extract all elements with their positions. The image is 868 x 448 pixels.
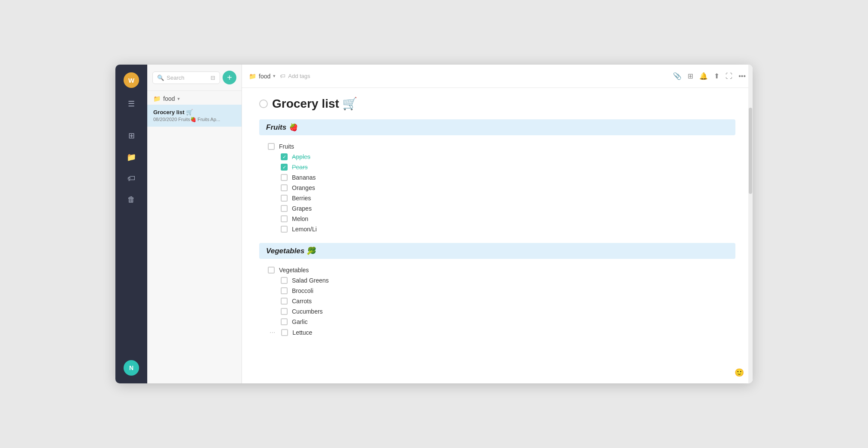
bell-icon[interactable]: 🔔	[699, 72, 708, 80]
broccoli-checkbox[interactable]	[281, 287, 288, 294]
folder-header[interactable]: 📁 food ▾	[147, 91, 242, 105]
melon-checkbox[interactable]	[281, 215, 288, 222]
grapes-label: Grapes	[292, 205, 312, 212]
note-meta: 08/20/2020 Fruits🍓 Fruits Ap...	[153, 117, 236, 122]
breadcrumb[interactable]: 📁 food ▾	[249, 73, 276, 80]
lettuce-label: Lettuce	[292, 329, 312, 336]
layout-icon[interactable]: ⊞	[688, 72, 693, 80]
tag-icon[interactable]: 🏷	[123, 170, 140, 187]
note-title: Grocery list 🛒	[153, 109, 236, 115]
more-dots-indicator: ···	[270, 329, 275, 336]
trash-icon[interactable]: 🗑	[123, 191, 140, 208]
grapes-checkbox[interactable]	[281, 205, 288, 212]
fruits-checklist: Fruits ✓ Apples ✓ Pears Bananas	[259, 141, 735, 234]
vegetables-group-checkbox[interactable]	[268, 267, 275, 274]
carrots-checkbox[interactable]	[281, 298, 288, 305]
main-content: 📁 food ▾ 🏷 Add tags 📎 ⊞ 🔔 ⬆ ⛶ •••	[242, 65, 753, 383]
toolbar-actions: 📎 ⊞ 🔔 ⬆ ⛶ •••	[673, 72, 746, 80]
lemon-item: Lemon/Li	[268, 224, 735, 234]
app-window: W ☰ ⊞ 📁 🏷 🗑 N 🔍 Search ⊟ + 📁 food ▾ Groc	[115, 65, 753, 383]
apples-item: ✓ Apples	[268, 152, 735, 162]
breadcrumb-chevron-icon: ▾	[273, 73, 276, 79]
oranges-label: Oranges	[292, 184, 315, 191]
melon-label: Melon	[292, 215, 308, 222]
fruits-group-checkbox[interactable]	[268, 143, 275, 150]
lemon-label: Lemon/Li	[292, 226, 317, 233]
bananas-label: Bananas	[292, 174, 316, 181]
carrots-item: Carrots	[268, 296, 735, 306]
salad-greens-checkbox[interactable]	[281, 277, 288, 284]
grid-icon[interactable]: ⊞	[124, 127, 139, 145]
pears-checkbox[interactable]: ✓	[281, 164, 288, 171]
note-list-item[interactable]: Grocery list 🛒 08/20/2020 Fruits🍓 Fruits…	[147, 105, 242, 127]
pears-item: ✓ Pears	[268, 162, 735, 172]
share-icon[interactable]: ⬆	[714, 72, 719, 80]
lettuce-checkbox[interactable]	[281, 329, 288, 336]
notes-sidebar: 🔍 Search ⊟ + 📁 food ▾ Grocery list 🛒 08/…	[147, 65, 242, 383]
emoji-button[interactable]: 🙂	[735, 368, 744, 377]
top-bar: 📁 food ▾ 🏷 Add tags 📎 ⊞ 🔔 ⬆ ⛶ •••	[242, 65, 753, 88]
expand-icon[interactable]: ⛶	[725, 72, 732, 80]
add-note-button[interactable]: +	[223, 71, 236, 84]
grapes-item: Grapes	[268, 203, 735, 214]
garlic-item: Garlic	[268, 317, 735, 327]
folder-icon[interactable]: 📁	[122, 148, 140, 166]
fruits-group-item: Fruits	[268, 141, 735, 152]
fruits-section-header: Fruits 🍓	[259, 119, 735, 135]
cucumbers-item: Cucumbers	[268, 306, 735, 317]
scrollbar-thumb[interactable]	[749, 108, 752, 194]
workspace-avatar[interactable]: W	[124, 72, 139, 88]
folder-name: food	[163, 95, 175, 102]
berries-item: Berries	[268, 193, 735, 203]
folder-small-icon: 📁	[153, 95, 161, 102]
user-avatar[interactable]: N	[124, 360, 139, 376]
bananas-item: Bananas	[268, 172, 735, 183]
vegetables-section-label: Vegetables 🥦	[266, 246, 316, 255]
scrollbar-track[interactable]	[748, 65, 753, 383]
note-title-section: Grocery list 🛒	[259, 96, 735, 111]
carrots-label: Carrots	[292, 298, 312, 305]
notes-header: 🔍 Search ⊟ +	[147, 65, 242, 91]
lettuce-item: ··· Lettuce	[268, 327, 735, 338]
add-tags-label: Add tags	[288, 73, 310, 79]
broccoli-item: Broccoli	[268, 286, 735, 296]
search-placeholder: Search	[167, 75, 184, 81]
breadcrumb-folder-icon: 📁	[249, 73, 256, 80]
vegetables-section-header: Vegetables 🥦	[259, 243, 735, 259]
apples-checkbox[interactable]: ✓	[281, 153, 288, 160]
berries-label: Berries	[292, 195, 311, 202]
folder-chevron-icon: ▾	[177, 96, 180, 102]
melon-item: Melon	[268, 214, 735, 224]
note-main-title: Grocery list 🛒	[272, 96, 357, 111]
hamburger-menu-icon[interactable]: ☰	[124, 95, 139, 113]
oranges-checkbox[interactable]	[281, 184, 288, 191]
apples-label: Apples	[292, 153, 310, 160]
filter-icon[interactable]: ⊟	[211, 75, 215, 81]
vegetables-group-item: Vegetables	[268, 265, 735, 275]
tag-label-icon: 🏷	[280, 73, 285, 79]
fruits-section-label: Fruits 🍓	[266, 123, 298, 132]
bananas-checkbox[interactable]	[281, 174, 288, 181]
berries-checkbox[interactable]	[281, 195, 288, 202]
salad-greens-item: Salad Greens	[268, 275, 735, 286]
cucumbers-label: Cucumbers	[292, 308, 323, 315]
note-title-checkbox[interactable]	[259, 100, 268, 108]
add-tags-area[interactable]: 🏷 Add tags	[280, 73, 310, 79]
broccoli-label: Broccoli	[292, 287, 313, 294]
cucumbers-checkbox[interactable]	[281, 308, 288, 315]
search-bar[interactable]: 🔍 Search ⊟	[152, 72, 220, 84]
pears-label: Pears	[292, 164, 308, 171]
fruits-group-label: Fruits	[279, 143, 294, 150]
vegetables-group-label: Vegetables	[279, 267, 309, 274]
salad-greens-label: Salad Greens	[292, 277, 329, 284]
more-options-icon[interactable]: •••	[738, 72, 746, 80]
oranges-item: Oranges	[268, 183, 735, 193]
note-area: Grocery list 🛒 Fruits 🍓 Fruits ✓ Apples	[242, 88, 753, 383]
attachment-icon[interactable]: 📎	[673, 72, 682, 80]
garlic-label: Garlic	[292, 318, 308, 325]
garlic-checkbox[interactable]	[281, 318, 288, 325]
dark-sidebar: W ☰ ⊞ 📁 🏷 🗑 N	[115, 65, 147, 383]
vegetables-checklist: Vegetables Salad Greens Broccoli Carrots	[259, 265, 735, 338]
note-emoji: 🛒	[186, 109, 193, 115]
lemon-checkbox[interactable]	[281, 226, 288, 233]
